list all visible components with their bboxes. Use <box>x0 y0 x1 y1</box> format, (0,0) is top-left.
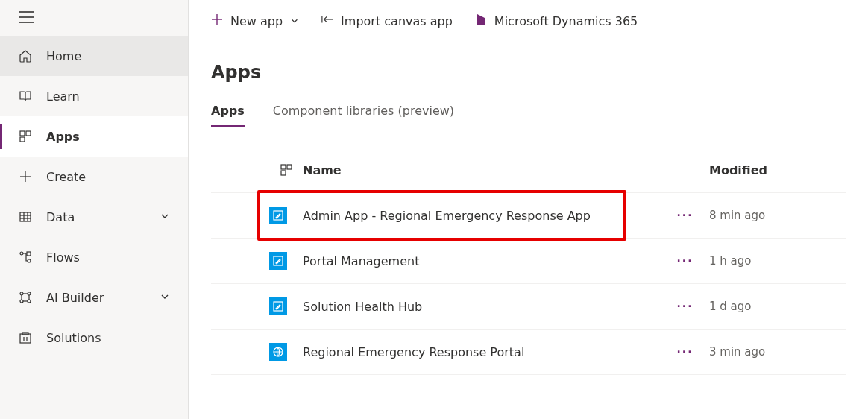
svg-rect-24 <box>20 334 31 343</box>
plus-icon <box>211 13 223 28</box>
new-app-label: New app <box>230 14 283 28</box>
new-app-button[interactable]: New app <box>211 13 299 28</box>
nav-item-label: Flows <box>46 251 80 265</box>
svg-rect-3 <box>20 131 25 136</box>
more-button[interactable]: ··· <box>661 210 709 221</box>
import-icon <box>321 13 333 28</box>
nav-item-label: Home <box>46 49 81 63</box>
chevron-down-icon <box>160 211 170 224</box>
model-app-icon <box>269 297 287 315</box>
app-modified: 1 d ago <box>709 300 846 313</box>
svg-point-18 <box>20 300 23 303</box>
app-modified: 3 min ago <box>709 345 846 359</box>
nav-item-apps[interactable]: Apps <box>0 116 188 157</box>
app-name: Admin App - Regional Emergency Response … <box>303 209 661 223</box>
model-app-icon <box>269 207 287 224</box>
svg-rect-5 <box>20 137 25 142</box>
more-button[interactable]: ··· <box>661 300 709 312</box>
app-name: Portal Management <box>303 254 661 268</box>
create-icon <box>18 169 33 184</box>
nav-item-learn[interactable]: Learn <box>0 76 188 116</box>
hamburger-button[interactable] <box>0 0 188 36</box>
svg-rect-15 <box>27 252 31 256</box>
column-name[interactable]: Name <box>303 163 661 177</box>
app-name: Solution Health Hub <box>303 300 661 314</box>
nav-item-label: Apps <box>46 130 80 144</box>
portal-app-icon <box>269 343 287 361</box>
svg-rect-32 <box>281 165 286 169</box>
flows-icon <box>18 250 33 265</box>
solutions-icon <box>18 330 33 345</box>
nav-item-label: Data <box>46 210 75 224</box>
apps-icon <box>18 129 33 144</box>
apps-column-icon <box>269 163 303 177</box>
import-canvas-button[interactable]: Import canvas app <box>321 13 453 28</box>
left-nav: Home Learn Apps Create Data Flows <box>0 0 189 419</box>
column-modified[interactable]: Modified <box>709 163 846 177</box>
nav-item-label: AI Builder <box>46 291 104 305</box>
dynamics-365-button[interactable]: Microsoft Dynamics 365 <box>475 13 638 28</box>
app-modified: 8 min ago <box>709 209 846 222</box>
data-icon <box>18 210 33 224</box>
app-row[interactable]: Solution Health Hub ··· 1 d ago <box>211 284 846 330</box>
nav-item-solutions[interactable]: Solutions <box>0 318 188 358</box>
nav-item-label: Learn <box>46 89 80 104</box>
nav-item-home[interactable]: Home <box>0 36 188 76</box>
app-name: Regional Emergency Response Portal <box>303 345 661 359</box>
nav-item-ai-builder[interactable]: AI Builder <box>0 277 188 318</box>
apps-table: Name Modified Admin App - Regional Emerg… <box>211 148 846 375</box>
hamburger-icon <box>19 11 34 25</box>
svg-point-13 <box>20 252 23 255</box>
app-modified: 1 h ago <box>709 254 846 268</box>
app-row[interactable]: Regional Emergency Response Portal ··· 3… <box>211 330 846 375</box>
page-title: Apps <box>211 62 846 83</box>
ai-builder-icon <box>18 290 33 305</box>
home-icon <box>18 48 33 63</box>
nav-item-label: Create <box>46 170 86 184</box>
svg-rect-33 <box>287 165 292 169</box>
chevron-down-icon <box>160 292 170 304</box>
svg-rect-34 <box>281 171 286 175</box>
svg-point-16 <box>20 292 23 295</box>
app-row[interactable]: Admin App - Regional Emergency Response … <box>211 193 846 239</box>
svg-point-19 <box>28 300 31 303</box>
svg-point-17 <box>28 292 31 295</box>
svg-rect-4 <box>26 131 31 136</box>
svg-rect-8 <box>20 212 31 221</box>
nav-item-create[interactable]: Create <box>0 157 188 197</box>
content: Apps Apps Component libraries (preview) … <box>189 42 868 419</box>
main-area: New app Import canvas app Microsoft Dyna… <box>189 0 868 419</box>
app-row[interactable]: Portal Management ··· 1 h ago <box>211 239 846 284</box>
tabs: Apps Component libraries (preview) <box>211 104 846 128</box>
svg-point-14 <box>28 259 31 262</box>
import-canvas-label: Import canvas app <box>341 14 453 28</box>
model-app-icon <box>269 252 287 270</box>
tab-apps[interactable]: Apps <box>211 104 245 127</box>
nav-item-flows[interactable]: Flows <box>0 237 188 277</box>
more-button[interactable]: ··· <box>661 346 709 358</box>
learn-icon <box>18 89 33 104</box>
dynamics-label: Microsoft Dynamics 365 <box>494 14 638 28</box>
more-button[interactable]: ··· <box>661 255 709 267</box>
nav-item-data[interactable]: Data <box>0 197 188 237</box>
command-bar: New app Import canvas app Microsoft Dyna… <box>189 0 868 42</box>
chevron-down-icon <box>290 14 299 28</box>
nav-item-label: Solutions <box>46 331 101 345</box>
table-header: Name Modified <box>211 148 846 193</box>
tab-component-libraries[interactable]: Component libraries (preview) <box>273 104 454 127</box>
dynamics-icon <box>475 13 487 28</box>
